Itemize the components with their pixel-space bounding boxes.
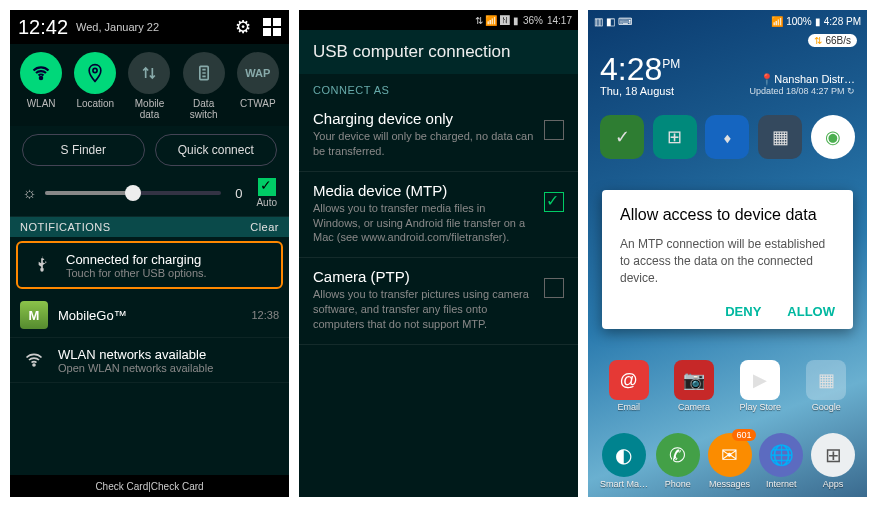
toggle-mobile-data[interactable]: Mobile data — [123, 52, 175, 120]
app-row-2: @ Email 📷 Camera ▶ Play Store ▦ Google — [588, 360, 867, 412]
auto-brightness-checkbox[interactable] — [258, 178, 276, 196]
svg-point-0 — [40, 77, 43, 80]
app-icon[interactable]: ◉ — [811, 115, 855, 159]
notif-title: WLAN networks available — [58, 347, 279, 362]
apps-icon: ⊞ — [811, 433, 855, 477]
signal-icon: 📶 — [771, 16, 783, 27]
option-desc: Allows you to transfer pictures using ca… — [313, 287, 536, 332]
dock-messages[interactable]: ✉601 Messages — [708, 433, 752, 489]
notification-wlan[interactable]: WLAN networks available Open WLAN networ… — [10, 338, 289, 383]
brightness-slider[interactable] — [45, 191, 222, 195]
dialog-body: An MTP connection will be established to… — [620, 236, 835, 286]
usb-icon — [28, 251, 56, 279]
app-icon[interactable]: ⊞ — [653, 115, 697, 159]
toggle-ctwap[interactable]: WAP CTWAP — [232, 52, 284, 120]
phone-icon: ✆ — [656, 433, 700, 477]
clock-pm: PM — [662, 57, 680, 71]
action-pills: S Finder Quick connect — [10, 126, 289, 174]
globe-icon: 🌐 — [759, 433, 803, 477]
refresh-icon[interactable]: ↻ — [847, 86, 855, 96]
notification-mobilego[interactable]: M MobileGo™ 12:38 — [10, 293, 289, 338]
option-checkbox[interactable] — [544, 192, 564, 212]
status-time: 4:28 PM — [824, 16, 861, 27]
clock-widget[interactable]: 4:28PM Thu, 18 August 📍Nanshan Distr… Up… — [588, 49, 867, 105]
mtp-dialog: Allow access to device data An MTP conne… — [602, 190, 853, 329]
quick-connect-button[interactable]: Quick connect — [155, 134, 278, 166]
status-time: 12:42 — [18, 16, 68, 39]
option-charging-only[interactable]: Charging device only Your device will on… — [299, 100, 578, 172]
option-desc: Your device will only be charged, no dat… — [313, 129, 536, 159]
grid-icon[interactable] — [263, 18, 281, 36]
option-mtp[interactable]: Media device (MTP) Allows you to transfe… — [299, 172, 578, 259]
dock: ◐ Smart Ma… ✆ Phone ✉601 Messages 🌐 Inte… — [588, 433, 867, 489]
svg-point-3 — [33, 364, 35, 366]
notif-sub: Open WLAN networks available — [58, 362, 279, 374]
email-icon: @ — [609, 360, 649, 400]
toggle-data-switch[interactable]: Data switch — [178, 52, 230, 120]
dialog-title: Allow access to device data — [620, 206, 835, 224]
notif-time: 12:38 — [251, 309, 279, 321]
brightness-row: ☼ 0 Auto — [10, 174, 289, 217]
app-play-store[interactable]: ▶ Play Store — [739, 360, 781, 412]
sim-icon — [183, 52, 225, 94]
option-desc: Allows you to transfer media files in Wi… — [313, 201, 536, 246]
app-email[interactable]: @ Email — [609, 360, 649, 412]
status-bar: 12:42 Wed, January 22 ⚙ — [10, 10, 289, 44]
s-finder-button[interactable]: S Finder — [22, 134, 145, 166]
deny-button[interactable]: DENY — [725, 304, 761, 319]
google-folder-icon: ▦ — [806, 360, 846, 400]
clear-button[interactable]: Clear — [250, 221, 279, 233]
messages-icon: ✉601 — [708, 433, 752, 477]
brightness-value: 0 — [235, 186, 242, 201]
app-folder[interactable]: ▦ — [758, 115, 802, 159]
option-ptp[interactable]: Camera (PTP) Allows you to transfer pict… — [299, 258, 578, 345]
notifications-header: NOTIFICATIONS Clear — [10, 217, 289, 237]
notifications-label: NOTIFICATIONS — [20, 221, 111, 233]
allow-button[interactable]: ALLOW — [787, 304, 835, 319]
phone-usb-settings: ⇅ 📶 🅽 ▮ 36% 14:17 USB computer connectio… — [299, 10, 578, 497]
status-date: Wed, January 22 — [76, 21, 235, 33]
wifi-icon: ⇅ — [814, 35, 822, 46]
svg-point-1 — [93, 68, 97, 72]
dock-smart-manager[interactable]: ◐ Smart Ma… — [600, 433, 648, 489]
location-icon — [74, 52, 116, 94]
battery-icon: ▮ — [815, 16, 821, 27]
dock-internet[interactable]: 🌐 Internet — [759, 433, 803, 489]
quick-toggles: WLAN Location Mobile data Data switch WA… — [10, 44, 289, 126]
dock-phone[interactable]: ✆ Phone — [656, 433, 700, 489]
option-checkbox[interactable] — [544, 120, 564, 140]
toggle-wlan[interactable]: WLAN — [15, 52, 67, 120]
mobilego-icon: M — [20, 301, 48, 329]
auto-label: Auto — [256, 197, 277, 208]
location-name: Nanshan Distr… — [774, 73, 855, 85]
brightness-icon: ☼ — [22, 184, 37, 202]
section-header: CONNECT AS — [299, 74, 578, 100]
settings-icon[interactable]: ⚙ — [235, 16, 251, 38]
battery-pct: 36% — [523, 15, 543, 26]
notification-usb[interactable]: Connected for charging Touch for other U… — [16, 241, 283, 289]
weather-widget[interactable]: 📍Nanshan Distr… Updated 18/08 4:27 PM ↻ — [749, 73, 855, 97]
clock-date: Thu, 18 August — [600, 85, 680, 97]
status-bar: ⇅ 📶 🅽 ▮ 36% 14:17 — [299, 10, 578, 30]
data-icon — [128, 52, 170, 94]
battery-pct: 100% — [786, 16, 812, 27]
clock-time: 4:28 — [600, 51, 662, 87]
phone-home-dialog: ▥ ◧ ⌨ 📶 100% ▮ 4:28 PM ⇅ 66B/s 4:28PM Th… — [588, 10, 867, 497]
speed-badge: ⇅ 66B/s — [808, 34, 857, 47]
option-title: Charging device only — [313, 110, 536, 127]
footer-bar: Check Card|Check Card — [10, 475, 289, 497]
dock-apps[interactable]: ⊞ Apps — [811, 433, 855, 489]
location-updated: Updated 18/08 4:27 PM — [749, 86, 844, 96]
play-icon: ▶ — [740, 360, 780, 400]
status-time: 14:17 — [547, 15, 572, 26]
option-checkbox[interactable] — [544, 278, 564, 298]
toggle-location[interactable]: Location — [69, 52, 121, 120]
app-google-folder[interactable]: ▦ Google — [806, 360, 846, 412]
app-icon[interactable]: ✓ — [600, 115, 644, 159]
app-icon-dropbox[interactable]: ⬧ — [705, 115, 749, 159]
app-camera[interactable]: 📷 Camera — [674, 360, 714, 412]
notif-title: MobileGo™ — [58, 308, 241, 323]
phone-notification-panel: 12:42 Wed, January 22 ⚙ WLAN Location Mo… — [10, 10, 289, 497]
status-icons: ⇅ 📶 🅽 ▮ — [475, 15, 519, 26]
wifi-icon — [20, 52, 62, 94]
